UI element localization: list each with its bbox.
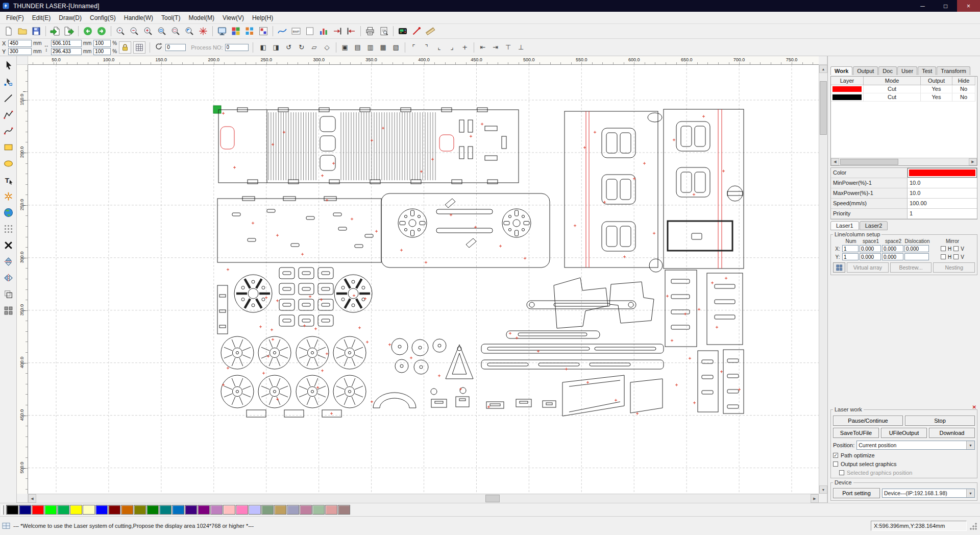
laser-pointer-button[interactable] — [410, 25, 423, 38]
align-top-right-button[interactable]: ⌝ — [421, 41, 433, 54]
palette-color[interactable] — [249, 505, 261, 515]
weld-button[interactable]: ▣ — [339, 41, 351, 54]
y-position-input[interactable] — [8, 48, 32, 55]
horizontal-scrollbar[interactable]: ◀ ▶ — [28, 494, 819, 503]
menu-config[interactable]: Config(S) — [86, 13, 120, 23]
undo-button[interactable] — [81, 25, 94, 38]
palette-grip[interactable] — [2, 505, 4, 515]
print-button[interactable] — [363, 25, 377, 38]
menu-handle[interactable]: Handle(W) — [120, 13, 157, 23]
palette-color[interactable] — [57, 505, 69, 515]
drawing-canvas[interactable] — [28, 65, 819, 494]
preview-monitor-button[interactable] — [215, 25, 229, 38]
layer-col-layer[interactable]: Layer — [831, 77, 864, 85]
layer-scroll-thumb[interactable] — [840, 159, 898, 165]
scroll-right-button[interactable]: ▶ — [811, 494, 819, 503]
zoom-page-button[interactable] — [155, 25, 168, 38]
align-bottom-button[interactable]: ⊥ — [515, 41, 527, 54]
earth-button[interactable] — [1, 205, 15, 220]
palette-color[interactable] — [6, 505, 18, 515]
mirror-v-button[interactable] — [1, 254, 15, 269]
line-button[interactable] — [1, 91, 15, 105]
curve-button[interactable] — [276, 25, 289, 38]
combine-button[interactable]: ▧ — [390, 41, 402, 54]
chart-button[interactable] — [317, 25, 330, 38]
dot-grid-button[interactable] — [1, 222, 15, 236]
control-panel-button[interactable] — [396, 25, 409, 38]
nesting-button[interactable]: Nesting — [933, 262, 975, 273]
tab-user[interactable]: User — [897, 66, 917, 75]
resize-grip[interactable] — [970, 521, 978, 531]
palette-color[interactable] — [198, 505, 210, 515]
tab-laser2[interactable]: Laser2 — [860, 221, 888, 230]
bmp-button[interactable]: BMP — [289, 25, 303, 38]
y-array-field-2[interactable] — [882, 253, 903, 260]
ruler-button[interactable] — [424, 25, 437, 38]
align-center-button[interactable]: + — [459, 41, 471, 54]
diamond-button[interactable]: ◇ — [321, 41, 333, 54]
palette-color[interactable] — [70, 505, 82, 515]
new-button[interactable] — [2, 25, 15, 38]
palette-color[interactable] — [223, 505, 235, 515]
savetoufile-button[interactable]: SaveToUFile — [833, 428, 879, 438]
redo-button[interactable] — [95, 25, 108, 38]
delete-button[interactable] — [1, 238, 15, 252]
mirror-horizontal-button[interactable]: ◧ — [257, 41, 270, 54]
menu-model[interactable]: Model(M) — [184, 13, 218, 23]
palette-color[interactable] — [108, 505, 120, 515]
layer-scroll-left[interactable]: ◀ — [831, 158, 839, 165]
palette-color[interactable] — [121, 505, 133, 515]
tab-work[interactable]: Work — [830, 66, 852, 75]
scroll-down-button[interactable]: ▼ — [819, 485, 827, 494]
palette-color[interactable] — [134, 505, 146, 515]
zoom-out-button[interactable] — [128, 25, 141, 38]
device-dropdown[interactable]: Device---(IP:192.168.1.98) ▼ — [882, 489, 975, 498]
distribute-right-button[interactable]: ⇥ — [489, 41, 502, 54]
palette-color[interactable] — [159, 505, 172, 515]
menu-edit[interactable]: Edit(E) — [28, 13, 55, 23]
hscroll-thumb[interactable] — [485, 495, 500, 502]
rotate-right-button[interactable]: ↻ — [296, 41, 308, 54]
flower-button[interactable] — [1, 189, 15, 203]
palette-color[interactable] — [32, 505, 44, 515]
y-array-field-0[interactable] — [842, 253, 859, 260]
x-position-input[interactable] — [8, 40, 32, 47]
scale-y-input[interactable] — [93, 48, 111, 55]
tab-test[interactable]: Test — [918, 66, 936, 75]
vscroll-track[interactable] — [819, 73, 827, 485]
select-button[interactable] — [1, 58, 15, 72]
align-top-left-button[interactable]: ⌜ — [408, 41, 420, 54]
menu-file[interactable]: File(F) — [2, 13, 28, 23]
x-array-field-0[interactable] — [842, 245, 859, 252]
zoom-select-button[interactable] — [169, 25, 182, 38]
layer-table-scrollbar[interactable]: ◀ ▶ — [831, 158, 977, 165]
layer-color-swatch[interactable] — [908, 168, 977, 178]
port-setting-button[interactable]: Port setting — [833, 488, 880, 498]
tab-transform[interactable]: Transform — [937, 66, 970, 75]
simulate-button[interactable] — [229, 25, 242, 38]
x-array-field-1[interactable] — [860, 245, 881, 252]
array-copy-button[interactable] — [1, 303, 15, 318]
download-button[interactable]: Download — [929, 428, 975, 438]
selected-graphics-position-checkbox[interactable] — [839, 470, 844, 475]
scale-x-input[interactable] — [93, 40, 111, 47]
array-setup-button[interactable] — [833, 262, 845, 273]
grid-table-button[interactable] — [133, 41, 145, 54]
property-value[interactable]: 100.00 — [908, 199, 977, 209]
layer-row[interactable]: CutYesNo — [831, 93, 977, 102]
rotate-left-button[interactable]: ↺ — [283, 41, 295, 54]
property-value[interactable]: 10.0 — [908, 188, 977, 199]
palette-color[interactable] — [236, 505, 248, 515]
x-mirror-v-checkbox[interactable] — [953, 246, 959, 251]
hscroll-track[interactable] — [36, 494, 811, 503]
palette-color[interactable] — [19, 505, 31, 515]
palette-color[interactable] — [83, 505, 95, 515]
zoom-all-button[interactable] — [183, 25, 196, 38]
zoom-point-button[interactable] — [114, 25, 127, 38]
menu-view[interactable]: View(V) — [218, 13, 248, 23]
intersect-button[interactable]: ▦ — [377, 41, 389, 54]
y-array-field-3[interactable] — [904, 253, 929, 260]
align-bottom-right-button[interactable]: ⌟ — [446, 41, 458, 54]
mirror-vertical-button[interactable]: ◨ — [270, 41, 282, 54]
palette-color[interactable] — [261, 505, 274, 515]
